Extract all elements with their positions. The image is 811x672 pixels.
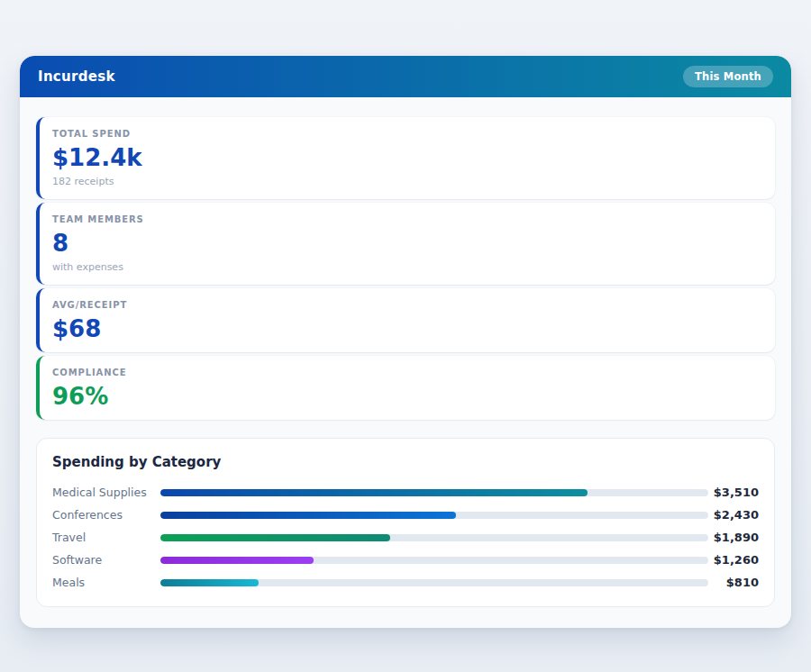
category-bar-fill	[160, 512, 456, 519]
category-value: $1,260	[708, 553, 759, 567]
spending-row: Software$1,260	[52, 549, 759, 571]
app-title: Incurdesk	[38, 68, 115, 85]
stat-label: AVG/RECEIPT	[52, 300, 759, 310]
category-label: Conferences	[52, 508, 160, 522]
stat-label: TEAM MEMBERS	[52, 214, 759, 224]
stat-value: $68	[52, 317, 759, 341]
stat-card-team-members: TEAM MEMBERS 8 with expenses	[36, 203, 775, 285]
category-value: $1,890	[708, 531, 759, 544]
app-body: TOTAL SPEND $12.4k 182 receipts TEAM MEM…	[20, 97, 791, 628]
stat-card-avg-receipt: AVG/RECEIPT $68	[36, 288, 775, 352]
stat-label: COMPLIANCE	[52, 368, 759, 377]
category-bar-track	[160, 557, 708, 564]
category-bar-track	[160, 512, 708, 519]
category-label: Software	[52, 553, 160, 567]
category-bar-track	[160, 534, 708, 541]
spending-row: Conferences$2,430	[52, 504, 759, 526]
category-value: $2,430	[708, 508, 759, 522]
stat-subtext: 182 receipts	[52, 176, 759, 187]
stat-label: TOTAL SPEND	[52, 129, 759, 139]
stat-subtext: with expenses	[52, 261, 759, 273]
category-bar-track	[160, 579, 708, 586]
stat-value: 96%	[52, 385, 759, 408]
dashboard-container: Incurdesk This Month TOTAL SPEND $12.4k …	[20, 56, 791, 628]
stat-card-total-spend: TOTAL SPEND $12.4k 182 receipts	[36, 117, 775, 199]
category-bar-fill	[160, 489, 588, 496]
period-badge[interactable]: This Month	[683, 66, 773, 87]
category-bar-fill	[160, 579, 259, 586]
app-header: Incurdesk This Month	[20, 56, 791, 97]
category-bar-fill	[160, 557, 314, 564]
stat-value: $12.4k	[52, 146, 759, 169]
spending-row: Meals$810	[52, 571, 759, 594]
stat-card-compliance: COMPLIANCE 96%	[36, 356, 775, 420]
spending-card-title: Spending by Category	[52, 454, 759, 470]
spending-row: Medical Supplies$3,510	[52, 481, 759, 504]
category-bar-track	[160, 489, 708, 496]
category-bar-fill	[160, 534, 390, 541]
spending-rows: Medical Supplies$3,510Conferences$2,430T…	[52, 481, 759, 594]
category-value: $3,510	[708, 486, 759, 499]
category-label: Meals	[52, 576, 160, 589]
category-value: $810	[708, 576, 759, 589]
category-label: Travel	[52, 531, 160, 544]
category-label: Medical Supplies	[52, 486, 160, 499]
spending-row: Travel$1,890	[52, 526, 759, 549]
stat-value: 8	[52, 232, 759, 255]
spending-by-category-card: Spending by Category Medical Supplies$3,…	[36, 438, 775, 607]
